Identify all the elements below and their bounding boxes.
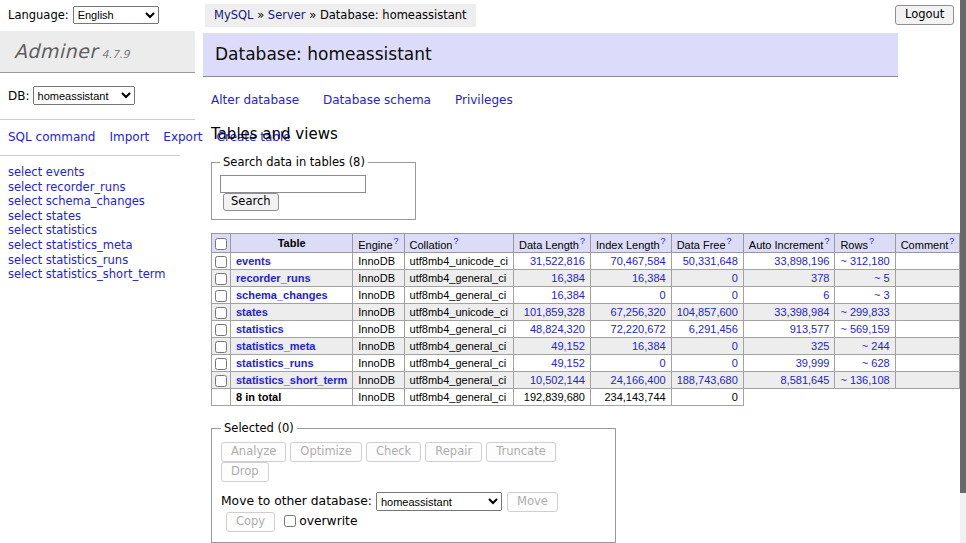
auto-increment-link[interactable]: 378 [811,272,829,284]
search-button[interactable]: Search [223,193,279,211]
sidebar-select-states[interactable]: select states [8,210,187,224]
auto-increment-link[interactable]: 913,577 [790,323,830,335]
index-length-link[interactable]: 67,256,320 [611,306,666,318]
rows-link[interactable]: ~ 628 [862,357,890,369]
table-link-statistics-runs[interactable]: statistics_runs [236,357,314,369]
index-length-link[interactable]: 16,384 [632,340,666,352]
auto-increment-link[interactable]: 39,999 [796,357,830,369]
table-link-statistics-short-term[interactable]: statistics_short_term [236,374,347,386]
row-checkbox[interactable] [215,290,227,302]
data-free-link[interactable]: 104,857,600 [677,306,738,318]
data-length-link[interactable]: 10,502,144 [530,374,585,386]
row-checkbox[interactable] [215,375,227,387]
auto-increment-link[interactable]: 6 [823,289,829,301]
table-link-statistics-meta[interactable]: statistics_meta [236,340,316,352]
auto-increment-link[interactable]: 8,581,645 [780,374,829,386]
rows-link[interactable]: ~ 244 [862,340,890,352]
help-link[interactable]: ? [453,236,458,246]
row-checkbox[interactable] [215,256,227,268]
data-free-link[interactable]: 50,331,648 [683,255,738,267]
row-checkbox[interactable] [215,273,227,285]
version-label[interactable]: 4.7.9 [102,48,130,61]
data-length-link[interactable]: 101,859,328 [524,306,585,318]
copy-button[interactable]: Copy [226,512,275,532]
data-free-link[interactable]: 6,291,456 [689,323,738,335]
row-checkbox[interactable] [215,307,227,319]
repair-button[interactable]: Repair [425,442,482,462]
row-checkbox[interactable] [215,341,227,353]
index-length-link[interactable]: 24,166,400 [611,374,666,386]
data-length-link[interactable]: 16,384 [551,272,585,284]
rows-link[interactable]: ~ 136,108 [840,374,889,386]
sidebar-select-schema-changes[interactable]: select schema_changes [8,195,187,209]
rows-link[interactable]: ~ 299,833 [840,306,889,318]
sidebar-select-statistics[interactable]: select statistics [8,224,187,238]
help-link[interactable]: ? [869,236,874,246]
data-free-link[interactable]: 0 [732,357,738,369]
scrollbar-thumb[interactable] [960,0,966,493]
action-link-database-schema[interactable]: Database schema [323,93,431,107]
row-checkbox[interactable] [215,358,227,370]
action-link-privileges[interactable]: Privileges [455,93,513,107]
data-length-link[interactable]: 31,522,816 [530,255,585,267]
data-free-link[interactable]: 0 [732,340,738,352]
help-link[interactable]: ? [661,236,666,246]
drop-button[interactable]: Drop [221,462,269,482]
language-select[interactable]: English [73,6,159,24]
breadcrumb-link-server[interactable]: Server [268,8,306,22]
data-length-link[interactable]: 49,152 [551,357,585,369]
help-link[interactable]: ? [949,236,954,246]
breadcrumb-link-mysql[interactable]: MySQL [214,8,254,22]
truncate-button[interactable]: Truncate [486,442,556,462]
select-all-checkbox[interactable] [215,238,227,250]
move-button[interactable]: Move [507,492,558,512]
logout-button[interactable]: Logout [895,5,954,25]
table-link-states[interactable]: states [236,306,268,318]
check-button[interactable]: Check [366,442,421,462]
index-length-link[interactable]: 0 [660,357,666,369]
auto-increment-link[interactable]: 33,898,196 [774,255,829,267]
data-free-link[interactable]: 188,743,680 [677,374,738,386]
row-checkbox[interactable] [215,324,227,336]
app-name[interactable]: Adminer [14,40,98,62]
sidebar-link-import[interactable]: Import [109,130,149,144]
table-link-recorder-runs[interactable]: recorder_runs [236,272,311,284]
index-length-link[interactable]: 70,467,584 [611,255,666,267]
search-input[interactable] [220,175,366,193]
rows-link[interactable]: ~ 569,159 [840,323,889,335]
help-link[interactable]: ? [727,236,732,246]
index-length-link[interactable]: 0 [660,289,666,301]
table-link-statistics[interactable]: statistics [236,323,284,335]
help-link[interactable]: ? [580,236,585,246]
data-free-link[interactable]: 0 [732,289,738,301]
action-link-alter-database[interactable]: Alter database [211,93,299,107]
sidebar-select-statistics-short-term[interactable]: select statistics_short_term [8,268,187,282]
optimize-button[interactable]: Optimize [290,442,362,462]
data-length-link[interactable]: 49,152 [551,340,585,352]
sidebar-select-events[interactable]: select events [8,166,187,180]
move-db-select[interactable]: homeassistant [376,492,502,511]
sidebar-select-statistics-runs[interactable]: select statistics_runs [8,254,187,268]
help-link[interactable]: ? [394,236,399,246]
rows-link[interactable]: ~ 3 [874,289,890,301]
overwrite-checkbox[interactable] [284,515,296,527]
rows-link[interactable]: ~ 312,180 [840,255,889,267]
help-link[interactable]: ? [824,236,829,246]
data-length-link[interactable]: 48,824,320 [530,323,585,335]
auto-increment-link[interactable]: 33,398,984 [774,306,829,318]
sidebar-link-sql-command[interactable]: SQL command [8,130,95,144]
db-select[interactable]: homeassistant [33,86,135,105]
data-free-link[interactable]: 0 [732,272,738,284]
index-length-link[interactable]: 72,220,672 [611,323,666,335]
sidebar-select-statistics-meta[interactable]: select statistics_meta [8,239,187,253]
rows-link[interactable]: ~ 5 [874,272,890,284]
scrollbar[interactable] [960,0,966,543]
auto-increment-link[interactable]: 325 [811,340,829,352]
analyze-button[interactable]: Analyze [221,442,286,462]
table-link-schema-changes[interactable]: schema_changes [236,289,328,301]
move-row: Move to other database:homeassistantMove… [221,492,606,532]
index-length-link[interactable]: 16,384 [632,272,666,284]
table-link-events[interactable]: events [236,255,271,267]
data-length-link[interactable]: 16,384 [551,289,585,301]
sidebar-select-recorder-runs[interactable]: select recorder_runs [8,181,187,195]
